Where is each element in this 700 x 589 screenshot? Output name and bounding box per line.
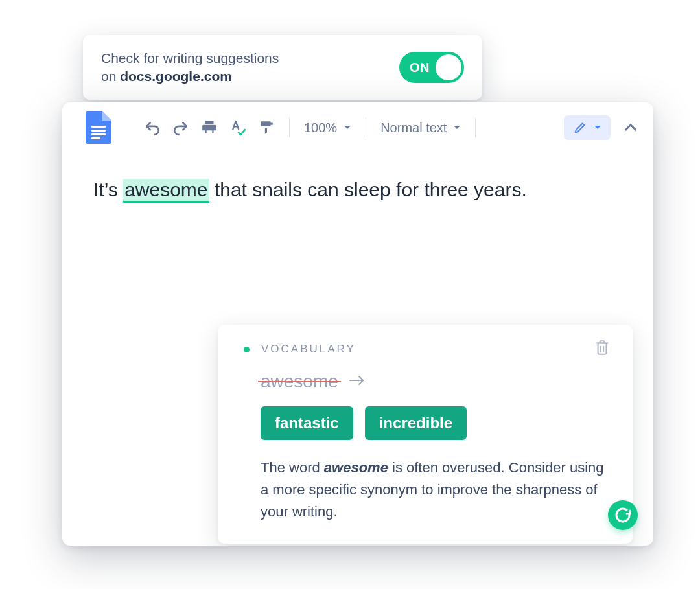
toolbar-separator	[475, 118, 476, 137]
replacement-button-1[interactable]: fantastic	[261, 406, 353, 440]
suggestion-replace-row: awesome	[261, 371, 607, 392]
explanation-pre: The word	[261, 459, 324, 476]
explanation-word: awesome	[324, 459, 388, 476]
document-sentence: It’s awesome that snails can sleep for t…	[93, 176, 622, 203]
text-before: It’s	[93, 179, 123, 200]
toggle-label: ON	[410, 60, 430, 75]
suggestion-card: VOCABULARY awesome fantastic incredible …	[218, 325, 633, 544]
undo-icon[interactable]	[144, 119, 161, 136]
zoom-value: 100%	[304, 121, 337, 135]
suggestion-buttons: fantastic incredible	[261, 406, 607, 440]
editing-mode-button[interactable]	[564, 115, 611, 140]
original-word: awesome	[261, 371, 338, 392]
redo-icon[interactable]	[172, 119, 189, 136]
text-after: that snails can sleep for three years.	[209, 179, 527, 200]
toolbar: 100% Normal text	[62, 102, 653, 153]
svg-rect-0	[598, 343, 607, 354]
toggle-knob	[436, 54, 461, 80]
docs-editor-window: 100% Normal text It’s awesome that snail…	[62, 102, 653, 546]
suggestion-category: VOCABULARY	[261, 343, 356, 356]
collapse-icon[interactable]	[622, 119, 639, 136]
grammarly-badge[interactable]	[608, 500, 638, 530]
text-style-value: Normal text	[380, 121, 447, 135]
suggestion-header: VOCABULARY	[244, 343, 607, 356]
print-icon[interactable]	[201, 119, 218, 136]
suggestion-dot-icon	[244, 347, 250, 352]
extension-text: Check for writing suggestions on docs.go…	[101, 49, 279, 86]
suggestion-explanation: The word awesome is often overused. Cons…	[261, 457, 607, 523]
extension-popup: Check for writing suggestions on docs.go…	[83, 35, 482, 100]
toggle-suggestions[interactable]: ON	[399, 52, 464, 83]
replacement-button-2[interactable]: incredible	[365, 406, 467, 440]
extension-domain: docs.google.com	[120, 69, 232, 84]
dismiss-suggestion-button[interactable]	[594, 339, 611, 360]
arrow-right-icon	[349, 375, 366, 389]
zoom-dropdown[interactable]: 100%	[304, 121, 351, 135]
extension-line2-prefix: on	[101, 69, 120, 84]
toolbar-history-group	[144, 119, 275, 136]
toolbar-separator	[289, 118, 290, 137]
document-content[interactable]: It’s awesome that snails can sleep for t…	[62, 153, 653, 203]
spellcheck-icon[interactable]	[229, 119, 246, 136]
text-style-dropdown[interactable]: Normal text	[380, 121, 461, 135]
toolbar-separator	[366, 118, 366, 137]
extension-line1: Check for writing suggestions	[101, 51, 279, 65]
google-docs-icon[interactable]	[86, 111, 111, 144]
highlighted-word[interactable]: awesome	[123, 179, 209, 203]
paint-format-icon[interactable]	[258, 119, 275, 136]
